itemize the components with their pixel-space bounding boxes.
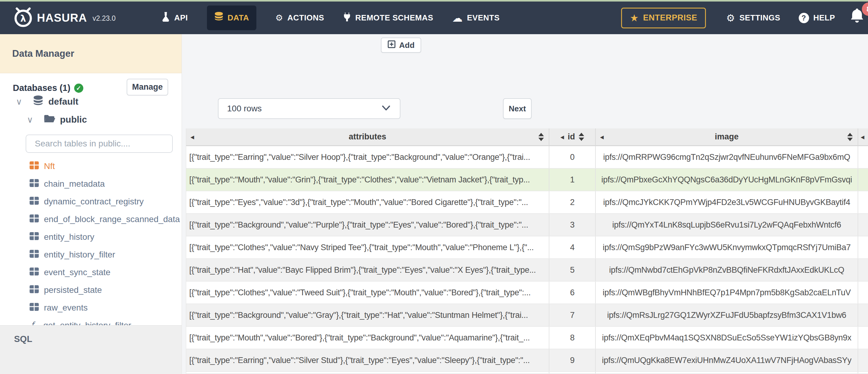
sidebar-item-nft[interactable]: Nft — [0, 157, 182, 175]
hasura-logo[interactable]: λ HASURA v2.23.0 — [14, 7, 116, 29]
brand-name: HASURA — [37, 11, 87, 24]
tree-node-label: default — [49, 96, 79, 107]
flask-icon — [161, 12, 170, 24]
nav-item-events[interactable]: ☁ EVENTS — [452, 12, 500, 24]
cell-partial — [858, 169, 868, 191]
cell-id: 7 — [549, 304, 596, 326]
nav-item-actions[interactable]: ⚙ ACTIONS — [275, 13, 324, 23]
table-icon — [29, 267, 39, 278]
cell-image: ipfs://QmXEqPbvM4aq1SQSXN8DSuEcSo5SseYW1… — [596, 327, 858, 349]
version-label: v2.23.0 — [92, 14, 115, 23]
table-row: [{"trait_type":"Eyes","value":"3d"},{"tr… — [186, 191, 868, 214]
search-input[interactable] — [26, 134, 173, 153]
cell-partial — [858, 349, 868, 371]
rows-per-page-select[interactable]: 100 rows — [218, 98, 400, 119]
settings-label: SETTINGS — [740, 13, 780, 23]
collapse-column-icon[interactable]: ◂ — [861, 133, 864, 141]
sidebar-footer: SQL — [0, 325, 182, 374]
table-name: Nft — [44, 161, 55, 171]
top-navbar: λ HASURA v2.23.0 API DATA ⚙ ACTIONS — [0, 2, 868, 34]
sidebar-item-event-sync-state[interactable]: event_sync_state — [0, 263, 182, 281]
add-row-button[interactable]: Add — [381, 37, 421, 53]
sort-icon[interactable] — [847, 133, 853, 141]
table-row: [{"trait_type":"Clothes","value":"Tweed … — [186, 282, 868, 304]
table-row: [{"trait_type":"Mouth","value":"Bored"},… — [186, 327, 868, 349]
collapse-column-icon[interactable]: ◂ — [190, 133, 194, 141]
help-label: HELP — [813, 13, 835, 23]
nav-item-data[interactable]: DATA — [207, 5, 256, 30]
cell-id: 4 — [549, 237, 596, 258]
cell-attributes — [186, 372, 549, 373]
nav-item-remote-schemas[interactable]: REMOTE SCHEMAS — [343, 12, 433, 24]
gears-icon: ⚙ — [275, 13, 283, 23]
rows-select-value: 100 rows — [227, 104, 262, 114]
nav-item-label: EVENTS — [467, 13, 500, 23]
folder-open-icon — [44, 114, 55, 125]
cell-partial — [858, 237, 868, 258]
data-table: ◂ attributes ◂ id ◂ image ◂ [{"trait_typ… — [186, 128, 868, 374]
plug-icon — [343, 12, 351, 24]
nav-item-settings[interactable]: ⚙ SETTINGS — [726, 12, 780, 24]
sort-icon[interactable] — [538, 133, 544, 141]
tree-node-default[interactable]: ∨ default — [16, 95, 79, 108]
page-title: Data Manager — [12, 48, 74, 59]
add-button-label: Add — [399, 40, 415, 50]
sidebar-item-chain-metadata[interactable]: chain_metadata — [0, 175, 182, 193]
nav-item-label: REMOTE SCHEMAS — [355, 13, 433, 23]
cell-partial — [858, 327, 868, 349]
database-icon — [214, 11, 223, 24]
column-header-id[interactable]: ◂ id — [549, 128, 596, 145]
next-page-button[interactable]: Next — [503, 98, 532, 119]
table-name: chain_metadata — [44, 179, 105, 189]
hasura-logo-icon: λ — [14, 7, 33, 29]
notifications-button[interactable]: 8 — [850, 7, 868, 29]
star-icon: ★ — [630, 12, 639, 24]
cell-attributes: [{"trait_type":"Hat","value":"Bayc Flipp… — [186, 259, 549, 281]
nav-item-help[interactable]: ? HELP — [799, 13, 835, 23]
tree-node-public[interactable]: ∨ public — [27, 114, 87, 125]
cell-image: ipfs://QmYxT4LnK8sqLupjbS6eRvu1si7Ly2wFQ… — [596, 214, 858, 236]
sidebar-item-end-of-block-range-scanned-data[interactable]: end_of_block_range_scanned_data — [0, 211, 182, 228]
sidebar-item-raw-events[interactable]: raw_events — [0, 299, 182, 317]
svg-text:λ: λ — [21, 13, 26, 24]
manage-button[interactable]: Manage — [127, 79, 168, 95]
sidebar-item-persisted-state[interactable]: persisted_state — [0, 281, 182, 299]
tree-node-label: public — [60, 115, 87, 125]
cell-attributes: [{"trait_type":"Mouth","value":"Bored"},… — [186, 327, 549, 349]
cell-attributes: [{"trait_type":"Background","value":"Pur… — [186, 214, 549, 236]
table-name: dynamic_contract_registry — [44, 197, 144, 207]
column-header-image[interactable]: ◂ image — [596, 128, 858, 145]
cell-image: ipfs://QmPbxeGcXhYQQNgsC6a36dDyYUcHgMLnG… — [596, 169, 858, 191]
table-name: entity_history — [44, 232, 94, 242]
chevron-down-icon[interactable]: ∨ — [27, 115, 33, 125]
cell-id: 0 — [549, 146, 596, 168]
table-icon — [29, 161, 39, 172]
collapse-column-icon[interactable]: ◂ — [600, 133, 604, 141]
sidebar-item-sql[interactable]: SQL — [14, 334, 32, 344]
cell-id: 3 — [549, 214, 596, 236]
table-name: end_of_block_range_scanned_data — [44, 214, 180, 224]
cell-id: 5 — [549, 259, 596, 281]
database-icon — [33, 95, 44, 108]
column-header-partial[interactable]: ◂ — [858, 128, 868, 145]
sort-icon[interactable] — [579, 133, 584, 141]
column-title: id — [568, 132, 575, 142]
nav-item-api[interactable]: API — [161, 12, 188, 24]
sidebar-item-dynamic-contract-registry[interactable]: dynamic_contract_registry — [0, 193, 182, 211]
sidebar-item-entity-history-filter[interactable]: entity_history_filter — [0, 246, 182, 263]
cell-image: ipfs://QmSg9bPzW9anFYc3wWU5KnvymwkxQTpmq… — [596, 237, 858, 258]
cell-partial — [858, 304, 868, 326]
table-row-partial — [186, 372, 868, 374]
sidebar-item-entity-history[interactable]: entity_history — [0, 228, 182, 246]
table-icon — [29, 250, 39, 260]
column-header-attributes[interactable]: ◂ attributes — [186, 128, 549, 145]
enterprise-button[interactable]: ★ ENTERPRISE — [621, 8, 706, 28]
chevron-down-icon — [381, 104, 391, 114]
chevron-down-icon[interactable]: ∨ — [16, 97, 22, 107]
collapse-column-icon[interactable]: ◂ — [560, 133, 564, 141]
sidebar-header: Data Manager — [0, 34, 182, 73]
plus-square-icon — [388, 40, 396, 50]
column-title: attributes — [348, 132, 386, 142]
cell-attributes: [{"trait_type":"Earring","value":"Silver… — [186, 146, 549, 168]
cell-attributes: [{"trait_type":"Eyes","value":"3d"},{"tr… — [186, 191, 549, 213]
